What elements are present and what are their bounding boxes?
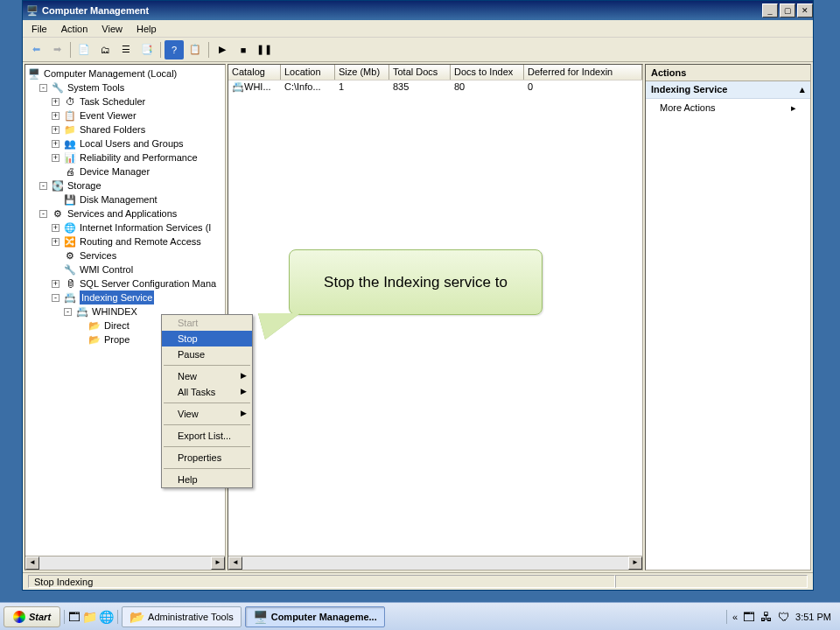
catalog-icon: 📇 (232, 81, 244, 92)
callout-bubble: Stop the Indexing service to (289, 249, 542, 315)
up-button[interactable]: 📄 (74, 40, 94, 60)
context-help[interactable]: Help (162, 472, 252, 487)
column-location[interactable]: Location (281, 65, 335, 80)
back-button[interactable]: ⬅ (26, 40, 46, 60)
actions-pane: Actions Indexing Service▴ More Actions▸ (645, 64, 811, 570)
menu-action[interactable]: Action (56, 22, 94, 36)
status-text: Stop Indexing (28, 575, 615, 588)
show-hide-button[interactable]: 🗂 (95, 40, 115, 60)
actions-header: Actions (646, 65, 810, 81)
tree-iis[interactable]: +🌐Internet Information Services (I (27, 220, 223, 234)
chevron-right-icon: ▸ (791, 102, 796, 114)
pause-button[interactable]: ❚❚ (255, 40, 274, 60)
menu-help[interactable]: Help (131, 22, 162, 36)
properties-button[interactable]: ☰ (116, 40, 136, 60)
context-properties[interactable]: Properties (162, 450, 252, 466)
menu-file[interactable]: File (26, 22, 52, 36)
start-orb-icon (13, 611, 25, 623)
tree-services-apps[interactable]: -⚙Services and Applications (27, 206, 223, 220)
tree-scrollbar-horizontal[interactable]: ◄► (25, 556, 225, 570)
clock[interactable]: 3:51 PM (795, 612, 831, 622)
toolbar: ⬅ ➡ 📄 🗂 ☰ 📑 ? 📋 ▶ ■ ❚❚ (23, 38, 813, 62)
tree-event-viewer[interactable]: +📋Event Viewer (27, 108, 223, 122)
callout-tail (258, 313, 300, 340)
actions-more[interactable]: More Actions▸ (646, 99, 810, 117)
list-header: Catalog Location Size (Mb) Total Docs Do… (228, 65, 642, 80)
tree-sql-config[interactable]: +🛢SQL Server Configuration Mana (27, 276, 223, 290)
column-catalog[interactable]: Catalog (228, 65, 281, 80)
app-icon: 🖥️ (26, 5, 38, 17)
tree-task-scheduler[interactable]: +⏱Task Scheduler (27, 94, 223, 108)
window-title: Computer Management (42, 5, 757, 16)
tree-reliability[interactable]: +📊Reliability and Performance (27, 150, 223, 164)
statusbar: Stop Indexing (23, 572, 813, 590)
task-computer-management[interactable]: 🖥️ Computer Manageme... (245, 606, 385, 627)
context-export-list[interactable]: Export List... (162, 428, 252, 444)
context-menu: Start Stop Pause New▶ All Tasks▶ View▶ E… (161, 314, 253, 488)
tree-wmi[interactable]: 🔧WMI Control (27, 262, 223, 276)
play-button[interactable]: ▶ (213, 40, 232, 60)
refresh-button[interactable]: 📋 (186, 40, 205, 60)
tree-root[interactable]: 🖥️Computer Management (Local) (27, 66, 223, 80)
actions-group[interactable]: Indexing Service▴ (646, 81, 810, 99)
explorer-icon[interactable]: 📁 (82, 610, 97, 624)
column-deferred[interactable]: Deferred for Indexin (524, 65, 642, 80)
tree-disk-management[interactable]: 💾Disk Management (27, 192, 223, 206)
context-stop[interactable]: Stop (162, 331, 252, 346)
collapse-icon: ▴ (800, 84, 805, 95)
tray-expand-icon[interactable]: « (732, 612, 738, 622)
tree-rras[interactable]: +🔀Routing and Remote Access (27, 234, 223, 248)
menu-view[interactable]: View (96, 22, 128, 36)
close-button[interactable]: ✕ (797, 4, 813, 18)
titlebar[interactable]: 🖥️ Computer Management _ ▢ ✕ (23, 1, 813, 20)
app-icon: 🖥️ (253, 610, 268, 624)
list-scrollbar-horizontal[interactable]: ◄► (228, 556, 642, 570)
taskbar: Start 🗔 📁 🌐 📂 Administrative Tools 🖥️ Co… (0, 602, 840, 630)
tree-storage[interactable]: -💽Storage (27, 178, 223, 192)
ie-icon[interactable]: 🌐 (99, 610, 114, 624)
restore-button[interactable]: ▢ (780, 4, 795, 18)
tray-window-icon[interactable]: 🗔 (743, 610, 755, 624)
menubar: File Action View Help (23, 20, 813, 38)
stop-button[interactable]: ■ (234, 40, 253, 60)
task-admin-tools[interactable]: 📂 Administrative Tools (122, 606, 242, 627)
folder-icon: 📂 (130, 610, 144, 624)
minimize-button[interactable]: _ (762, 4, 778, 18)
context-pause[interactable]: Pause (162, 346, 252, 362)
quick-launch: 🗔 📁 🌐 (64, 610, 118, 624)
context-view[interactable]: View▶ (162, 406, 252, 422)
security-icon[interactable]: 🛡 (778, 610, 790, 624)
context-new[interactable]: New▶ (162, 368, 252, 384)
network-icon[interactable]: 🖧 (760, 610, 773, 624)
tree-shared-folders[interactable]: +📁Shared Folders (27, 122, 223, 136)
tree-services[interactable]: ⚙Services (27, 248, 223, 262)
tree-local-users[interactable]: +👥Local Users and Groups (27, 136, 223, 150)
column-size[interactable]: Size (Mb) (335, 65, 389, 80)
export-button[interactable]: 📑 (137, 40, 157, 60)
context-start: Start (162, 315, 252, 331)
tree-device-manager[interactable]: 🖨Device Manager (27, 164, 223, 178)
start-button[interactable]: Start (4, 606, 60, 627)
column-total-docs[interactable]: Total Docs (389, 65, 451, 80)
column-docs-to-index[interactable]: Docs to Index (451, 65, 524, 80)
tree-indexing-service[interactable]: -📇Indexing Service (27, 290, 223, 304)
context-all-tasks[interactable]: All Tasks▶ (162, 384, 252, 400)
help-button[interactable]: ? (164, 40, 184, 60)
show-desktop-icon[interactable]: 🗔 (68, 610, 80, 624)
system-tray: « 🗔 🖧 🛡 3:51 PM (726, 610, 836, 624)
list-row[interactable]: 📇WHI... C:\Info... 1 835 80 0 (228, 80, 642, 94)
tree-system-tools[interactable]: -🔧System Tools (27, 80, 223, 94)
forward-button[interactable]: ➡ (47, 40, 66, 60)
